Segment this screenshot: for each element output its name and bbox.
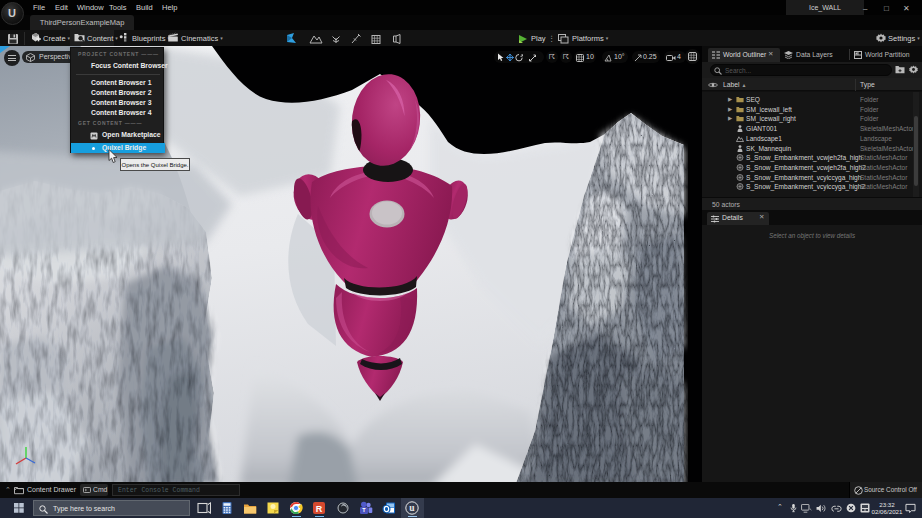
svg-text:u: u bbox=[409, 503, 415, 513]
svg-text:R: R bbox=[316, 504, 323, 514]
